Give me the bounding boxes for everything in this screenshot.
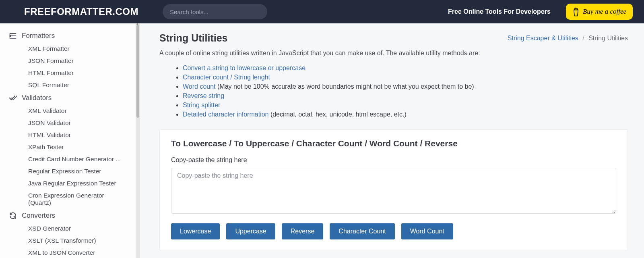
sidebar-group-label: Validators <box>22 94 52 102</box>
feature-list: Convert a string to lowercase or upperca… <box>159 63 628 119</box>
sidebar-item-java-regex-tester[interactable]: Java Regular Expression Tester <box>7 177 132 189</box>
refresh-icon <box>9 212 17 220</box>
feature-item: Convert a string to lowercase or upperca… <box>183 63 628 73</box>
breadcrumb-parent[interactable]: String Escaper & Utilities <box>508 35 578 42</box>
sidebar-item-json-validator[interactable]: JSON Validator <box>7 117 132 129</box>
sidebar-group-formatters[interactable]: Formatters <box>7 29 138 43</box>
search-input[interactable] <box>170 8 260 15</box>
sidebar-item-json-formatter[interactable]: JSON Formatter <box>7 55 132 67</box>
sidebar-group-label: Converters <box>22 212 55 220</box>
breadcrumb-current: String Utilities <box>588 35 628 42</box>
sidebar-item-xml-to-json[interactable]: XML to JSON Converter <box>7 247 132 258</box>
feature-item: String splitter <box>183 100 628 110</box>
breadcrumb: String Escaper & Utilities / String Util… <box>508 35 628 42</box>
uppercase-button[interactable]: Uppercase <box>226 223 275 239</box>
scrollbar-up-icon[interactable]: ▲ <box>136 23 139 26</box>
sidebar-item-credit-card-gen[interactable]: Credit Card Number Generator ... <box>7 153 132 165</box>
character-count-button[interactable]: Character Count <box>330 223 394 239</box>
coffee-cup-icon <box>572 7 580 17</box>
sidebar-item-xpath-tester[interactable]: XPath Tester <box>7 141 132 153</box>
feature-link[interactable]: String splitter <box>183 102 220 108</box>
input-label: Copy-paste the string here <box>171 156 616 164</box>
site-logo[interactable]: FREEFORMATTER.COM <box>24 6 138 17</box>
word-count-button[interactable]: Word Count <box>401 223 453 239</box>
sidebar-item-html-validator[interactable]: HTML Validator <box>7 129 132 141</box>
indent-icon <box>9 32 17 40</box>
search-wrap <box>163 4 267 19</box>
sidebar-group-validators[interactable]: Validators <box>7 91 138 105</box>
reverse-button[interactable]: Reverse <box>282 223 324 239</box>
scrollbar-thumb[interactable] <box>136 25 139 118</box>
string-input[interactable] <box>171 168 616 214</box>
buy-coffee-label: Buy me a coffee <box>583 8 626 16</box>
feature-item: Reverse string <box>183 91 628 100</box>
sidebar: ▲ Formatters XML Formatter JSON Formatte… <box>0 23 140 258</box>
sidebar-group-converters[interactable]: Converters <box>7 209 138 223</box>
button-row: Lowercase Uppercase Reverse Character Co… <box>171 223 616 239</box>
intro-text: A couple of online string utilities writ… <box>159 50 628 57</box>
sidebar-item-sql-formatter[interactable]: SQL Formatter <box>7 79 132 91</box>
sidebar-item-html-formatter[interactable]: HTML Formatter <box>7 67 132 79</box>
sidebar-item-cron-generator[interactable]: Cron Expression Generator (Quartz) <box>7 189 112 209</box>
sidebar-item-xml-validator[interactable]: XML Validator <box>7 105 132 117</box>
sidebar-group-label: Formatters <box>22 32 55 40</box>
page-title: String Utilities <box>159 32 227 44</box>
feature-link[interactable]: Word count <box>183 83 216 90</box>
check-double-icon <box>9 94 17 102</box>
sidebar-item-xslt-transformer[interactable]: XSLT (XSL Transformer) <box>7 235 132 247</box>
buy-coffee-button[interactable]: Buy me a coffee <box>566 4 633 20</box>
tagline: Free Online Tools For Developers <box>448 8 551 15</box>
tool-card: To Lowercase / To Uppercase / Character … <box>159 129 628 250</box>
sidebar-item-regex-tester[interactable]: Regular Expression Tester <box>7 165 132 177</box>
feature-link[interactable]: Character count / String lenght <box>183 74 270 81</box>
main-content: String Utilities String Escaper & Utilit… <box>140 23 644 258</box>
breadcrumb-separator-icon: / <box>580 35 586 42</box>
feature-link[interactable]: Detailed character information <box>183 111 268 118</box>
feature-link[interactable]: Reverse string <box>183 92 224 99</box>
feature-item: Word count (May not be 100% accurate as … <box>183 82 628 91</box>
lowercase-button[interactable]: Lowercase <box>171 223 220 239</box>
sidebar-item-xsd-generator[interactable]: XSD Generator <box>7 223 132 235</box>
top-bar: FREEFORMATTER.COM Free Online Tools For … <box>0 0 644 23</box>
tool-heading: To Lowercase / To Uppercase / Character … <box>171 139 616 148</box>
feature-link[interactable]: Convert a string to lowercase or upperca… <box>183 64 305 71</box>
feature-item: Detailed character information (decimal,… <box>183 110 628 119</box>
feature-item: Character count / String lenght <box>183 73 628 82</box>
sidebar-item-xml-formatter[interactable]: XML Formatter <box>7 43 132 55</box>
